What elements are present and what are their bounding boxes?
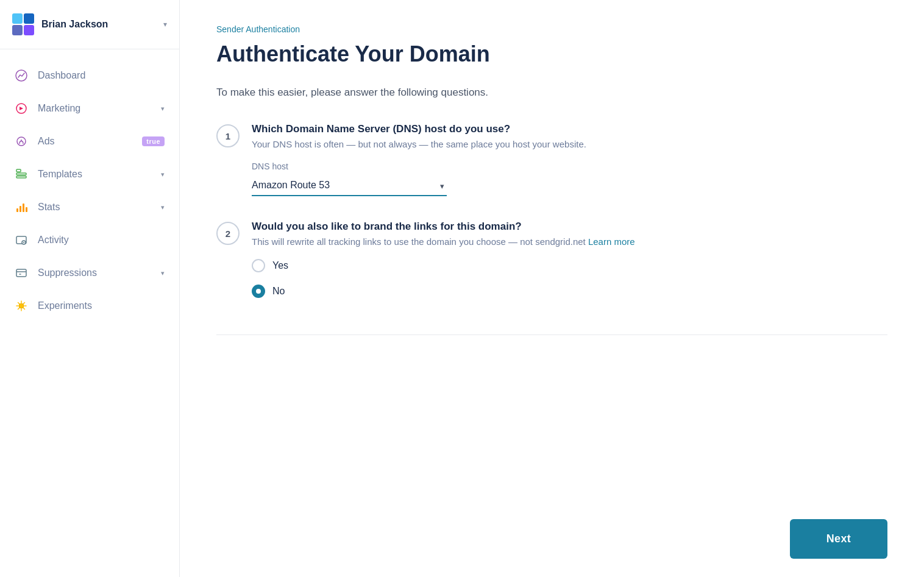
logo-icon — [12, 13, 34, 35]
question-2-content: Would you also like to brand the links f… — [252, 221, 887, 310]
svg-rect-10 — [16, 208, 18, 212]
question-2-description: This will rewrite all tracking links to … — [252, 236, 887, 247]
question-1-description: Your DNS host is often — but not always … — [252, 139, 887, 149]
sidebar-item-stats[interactable]: Stats ▾ — [0, 191, 179, 224]
activity-icon — [15, 233, 28, 247]
section-divider — [216, 335, 887, 335]
svg-rect-0 — [12, 13, 23, 24]
radio-no-label: No — [272, 286, 285, 297]
radio-no-circle — [252, 285, 265, 298]
dashboard-icon — [15, 69, 28, 82]
subtitle: To make this easier, please answer the f… — [216, 87, 887, 99]
svg-rect-3 — [24, 25, 34, 35]
sidebar-user-name: Brian Jackson — [41, 19, 156, 30]
main-content: Sender Authentication Authenticate Your … — [180, 0, 924, 577]
radio-no-option[interactable]: No — [252, 285, 887, 298]
next-button[interactable]: Next — [790, 519, 887, 559]
svg-rect-7 — [16, 169, 21, 172]
ads-label: Ads — [38, 136, 132, 147]
stats-label: Stats — [38, 202, 151, 213]
question-2-title: Would you also like to brand the links f… — [252, 221, 887, 233]
svg-rect-13 — [26, 207, 27, 212]
sidebar-header[interactable]: Brian Jackson ▾ — [0, 0, 179, 49]
svg-rect-2 — [12, 25, 23, 35]
question-1-number: 1 — [216, 124, 240, 147]
templates-icon — [15, 168, 28, 181]
svg-rect-11 — [20, 206, 21, 212]
marketing-label: Marketing — [38, 103, 151, 114]
marketing-icon — [15, 102, 28, 115]
sidebar-nav: Dashboard Marketing ▾ Ads — [0, 49, 179, 577]
svg-point-6 — [21, 140, 22, 141]
dns-host-label: DNS host — [252, 161, 887, 171]
content-area: Sender Authentication Authenticate Your … — [180, 0, 924, 507]
stats-icon — [15, 200, 28, 214]
suppressions-icon — [15, 266, 28, 280]
activity-label: Activity — [38, 235, 165, 246]
user-chevron-icon: ▾ — [163, 20, 167, 29]
templates-chevron-icon: ▾ — [161, 171, 165, 179]
question-1-content: Which Domain Name Server (DNS) host do y… — [252, 123, 887, 196]
svg-point-17 — [19, 303, 24, 308]
page-title: Authenticate Your Domain — [216, 41, 887, 67]
sidebar-item-suppressions[interactable]: Suppressions ▾ — [0, 257, 179, 289]
svg-rect-12 — [23, 204, 24, 212]
footer: Next — [180, 507, 924, 577]
svg-rect-9 — [16, 176, 26, 178]
question-2-description-text: This will rewrite all tracking links to … — [252, 236, 586, 247]
sidebar: Brian Jackson ▾ Dashboard Marketing — [0, 0, 180, 577]
sidebar-item-templates[interactable]: Templates ▾ — [0, 158, 179, 191]
beta-badge: true — [142, 136, 165, 146]
sidebar-item-marketing[interactable]: Marketing ▾ — [0, 92, 179, 125]
svg-rect-8 — [16, 173, 26, 175]
question-2-number: 2 — [216, 222, 240, 245]
stats-chevron-icon: ▾ — [161, 204, 165, 211]
ads-icon — [15, 135, 28, 148]
experiments-icon — [15, 299, 28, 313]
dns-host-select[interactable]: Amazon Route 53 GoDaddy Cloudflare Namec… — [252, 175, 447, 196]
svg-rect-1 — [24, 13, 34, 24]
question-2-block: 2 Would you also like to brand the links… — [216, 221, 887, 310]
breadcrumb: Sender Authentication — [216, 24, 887, 34]
question-1-block: 1 Which Domain Name Server (DNS) host do… — [216, 123, 887, 196]
sidebar-item-dashboard[interactable]: Dashboard — [0, 59, 179, 92]
dns-host-select-wrapper: Amazon Route 53 GoDaddy Cloudflare Namec… — [252, 175, 447, 196]
radio-yes-option[interactable]: Yes — [252, 259, 887, 272]
question-1-title: Which Domain Name Server (DNS) host do y… — [252, 123, 887, 135]
templates-label: Templates — [38, 169, 151, 180]
radio-yes-label: Yes — [272, 260, 288, 271]
sidebar-item-activity[interactable]: Activity — [0, 224, 179, 257]
svg-rect-16 — [16, 269, 26, 277]
suppressions-label: Suppressions — [38, 267, 151, 278]
sidebar-item-ads[interactable]: Ads true — [0, 125, 179, 158]
suppressions-chevron-icon: ▾ — [161, 269, 165, 277]
experiments-label: Experiments — [38, 300, 165, 311]
sidebar-item-experiments[interactable]: Experiments — [0, 289, 179, 322]
radio-yes-circle — [252, 259, 265, 272]
dashboard-label: Dashboard — [38, 70, 165, 81]
marketing-chevron-icon: ▾ — [161, 105, 165, 113]
learn-more-link[interactable]: Learn more — [588, 236, 635, 247]
